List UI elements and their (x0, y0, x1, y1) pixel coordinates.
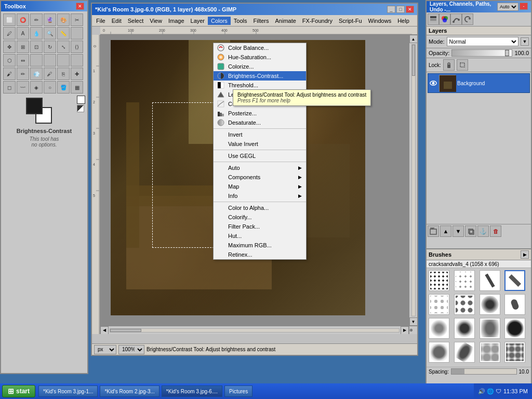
menu-animate[interactable]: Animate (272, 17, 299, 25)
menu-color-to-alpha[interactable]: Color to Alpha... (214, 203, 306, 212)
toolbox-close-button[interactable]: ✕ (76, 3, 84, 10)
spacing-thumb[interactable] (451, 369, 464, 374)
tool-ellipse-select[interactable]: ⭕ (17, 14, 29, 26)
menu-invert[interactable]: Invert (214, 130, 306, 139)
brushes-expand-button[interactable]: ▶ (521, 250, 529, 259)
tool-erase[interactable]: ◻ (3, 81, 16, 94)
menu-hue-saturation[interactable]: Hue-Saturation... (214, 52, 306, 62)
tool-flip[interactable]: ⇔ (17, 54, 29, 66)
brush-item[interactable] (454, 318, 475, 339)
tool-free-select[interactable]: ✏ (30, 14, 43, 26)
menu-retinex[interactable]: Retinex... (214, 250, 306, 259)
menu-components[interactable]: Components ▶ (214, 172, 306, 182)
menu-threshold[interactable]: Threshold... (214, 81, 306, 90)
tool-blend[interactable]: ▦ (71, 81, 83, 94)
brush-item[interactable] (454, 270, 475, 291)
maximize-button[interactable]: □ (396, 6, 405, 13)
menu-info[interactable]: Info ▶ (214, 191, 306, 201)
duplicate-layer-button[interactable] (465, 225, 476, 237)
mode-selector[interactable]: Normal Multiply Screen (447, 37, 518, 46)
tool-zoom[interactable]: 🔍 (44, 27, 56, 39)
brush-item[interactable] (504, 342, 525, 363)
resize-handle[interactable]: ⊕ (409, 328, 413, 332)
menu-tools[interactable]: Tools (231, 17, 250, 25)
foreground-color[interactable] (26, 98, 43, 114)
tool-fuzzy-select[interactable]: 🔮 (44, 14, 56, 26)
tool-text[interactable]: A (17, 27, 29, 39)
spacing-slider[interactable] (451, 368, 517, 375)
brush-item[interactable] (480, 318, 500, 339)
menu-auto[interactable]: Auto ▶ (214, 163, 306, 172)
fg-bg-colors[interactable] (26, 98, 52, 124)
delete-layer-button[interactable]: 🗑 (490, 225, 501, 237)
menu-posterize[interactable]: Posterize... (214, 109, 306, 118)
taskbar-item-2[interactable]: *Kid's Room 2.jpg-3... (100, 385, 159, 397)
raise-layer-button[interactable]: ▲ (440, 225, 451, 237)
brush-item[interactable] (454, 342, 475, 363)
tool-heal[interactable]: ✚ (71, 68, 83, 80)
opacity-slider[interactable] (451, 49, 512, 57)
scroll-down-button[interactable]: ▼ (409, 317, 418, 326)
layer-visibility-toggle[interactable] (429, 79, 437, 87)
swap-colors[interactable] (77, 105, 84, 112)
brush-item[interactable] (429, 342, 449, 363)
lower-layer-button[interactable]: ▼ (453, 225, 464, 237)
tool-ink[interactable]: 🖋 (44, 68, 56, 80)
layers-close-button[interactable]: - (520, 3, 528, 10)
menu-desaturate[interactable]: Desaturate... (214, 118, 306, 127)
undo-tab-icon[interactable] (462, 14, 473, 25)
tool-rotate[interactable]: ↻ (44, 41, 56, 53)
menu-image[interactable]: Image (165, 17, 188, 25)
tool-color-picker[interactable]: 💧 (30, 27, 43, 39)
tool-paintbrush[interactable]: 🖌 (3, 68, 16, 80)
menu-value-invert[interactable]: Value Invert (214, 139, 306, 149)
tool-smudge[interactable]: 〰 (17, 81, 29, 94)
channels-tab-icon[interactable] (439, 14, 450, 25)
taskbar-item-3[interactable]: *Kid's Room 3.jpg-6.... (162, 385, 222, 397)
brush-item[interactable] (480, 270, 500, 291)
default-colors[interactable] (77, 96, 85, 104)
horizontal-scrollbar[interactable]: ◀ ▶ (100, 326, 409, 334)
scroll-thumb[interactable] (110, 329, 141, 332)
tool-sharpen[interactable]: ◈ (30, 81, 43, 94)
scroll-right-button[interactable]: ▶ (401, 326, 409, 335)
tool-shear[interactable]: ⟨⟩ (71, 41, 83, 53)
zoom-selector[interactable]: 100% 50% 200% (118, 345, 144, 354)
menu-filter-pack[interactable]: Filter Pack... (214, 222, 306, 231)
menu-colorize[interactable]: Colorize... (214, 62, 306, 71)
taskbar-item-4[interactable]: Pictures (224, 385, 252, 397)
vscroll-thumb[interactable] (412, 45, 415, 76)
tool-crop[interactable]: ⊡ (30, 41, 43, 53)
tool-scissors[interactable]: ✂ (71, 14, 83, 26)
menu-edit[interactable]: Edit (109, 17, 125, 25)
scroll-up-button[interactable]: ▲ (409, 35, 418, 43)
tool-clone[interactable]: ⎘ (57, 68, 70, 80)
tool-airbrush[interactable]: 💨 (30, 68, 43, 80)
tool-measure[interactable]: 📏 (57, 27, 70, 39)
tool-perspective[interactable]: ⬡ (3, 54, 16, 66)
menu-hut[interactable]: Hut... (214, 231, 306, 241)
brush-item[interactable] (429, 270, 449, 291)
menu-filters[interactable]: Filters (250, 17, 272, 25)
tool-move[interactable]: ✥ (3, 41, 16, 53)
menu-view[interactable]: View (147, 17, 165, 25)
brush-item[interactable] (480, 294, 500, 315)
unit-selector[interactable]: px % mm (94, 345, 116, 354)
menu-use-gegl[interactable]: Use GEGL (214, 151, 306, 161)
tool-pencil[interactable]: ✏ (17, 68, 29, 80)
brush-item-selected[interactable] (504, 270, 525, 291)
layers-tab-icon[interactable] (428, 14, 439, 25)
lock-pixels-button[interactable] (443, 59, 455, 71)
lock-alpha-button[interactable] (457, 59, 468, 71)
menu-brightness-contrast[interactable]: Brightness-Contrast... (214, 71, 306, 81)
menu-layer[interactable]: Layer (188, 17, 208, 25)
menu-colorify[interactable]: Colorify... (214, 212, 306, 222)
opacity-thumb[interactable] (505, 50, 509, 56)
tool-bucket[interactable]: 🪣 (57, 81, 70, 94)
tool-align[interactable]: ⊞ (17, 41, 29, 53)
tool-paths[interactable]: 🖊 (3, 27, 16, 39)
scroll-left-button[interactable]: ◀ (100, 326, 109, 335)
menu-select[interactable]: Select (125, 17, 147, 25)
menu-colors[interactable]: Colors (208, 17, 231, 25)
menu-fxfoundry[interactable]: FX-Foundry (299, 17, 336, 25)
